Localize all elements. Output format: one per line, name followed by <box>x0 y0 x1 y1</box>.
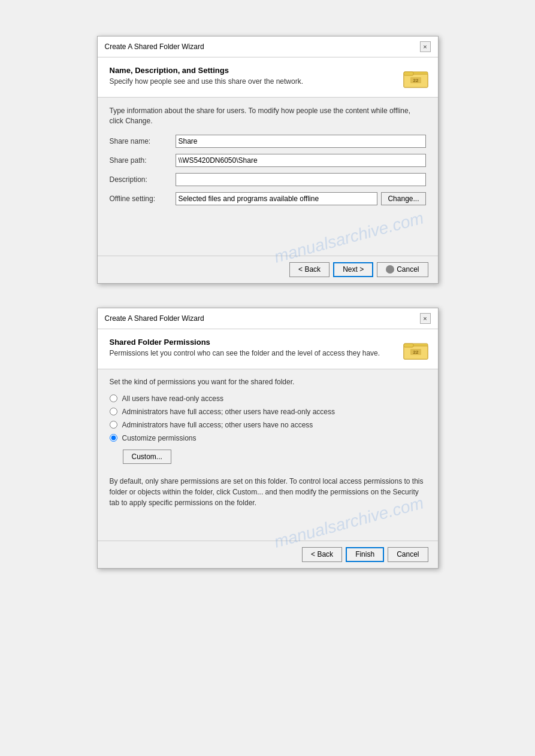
offline-label: Offline setting: <box>110 195 176 203</box>
share-path-input[interactable] <box>176 154 426 167</box>
dialog1-body: Type information about the share for use… <box>98 98 438 256</box>
next-button[interactable]: Next > <box>333 262 373 277</box>
perm-radio-3[interactable] <box>110 421 117 429</box>
svg-text:22: 22 <box>413 350 418 355</box>
share-name-label: Share name: <box>110 137 176 145</box>
dialog2-heading: Shared Folder Permissions <box>110 338 380 347</box>
offline-value: Selected files and programs available of… <box>176 192 378 205</box>
dialog1: Create A Shared Folder Wizard × Name, De… <box>97 36 439 284</box>
dialog2-footer: < Back Finish Cancel <box>98 541 438 568</box>
dialog1-subtitle: Specify how people see and use this shar… <box>110 77 304 86</box>
perm-label-1: All users have read-only access <box>122 394 223 403</box>
dialog1-footer: < Back Next > Cancel <box>98 256 438 283</box>
dialog1-title: Create A Shared Folder Wizard <box>105 42 204 51</box>
share-name-row: Share name: <box>110 135 426 148</box>
description-row: Description: <box>110 173 426 186</box>
cancel-icon <box>386 265 394 274</box>
share-path-row: Share path: <box>110 154 426 167</box>
perm-info: By default, only share permissions are s… <box>110 476 426 508</box>
cancel-button[interactable]: Cancel <box>377 262 428 277</box>
description-input[interactable] <box>176 173 426 186</box>
dialog2-body-note: Set the kind of permissions you want for… <box>110 378 426 386</box>
dialog1-header-text: Name, Description, and Settings Specify … <box>110 66 304 86</box>
cancel-label: Cancel <box>397 265 419 274</box>
dialog1-close-button[interactable]: × <box>420 41 431 52</box>
svg-rect-2 <box>404 72 413 75</box>
share-name-input[interactable] <box>176 135 426 148</box>
dialog2-spacer <box>110 508 426 532</box>
perm-radio-4[interactable] <box>110 434 117 442</box>
dialog2-header-text: Shared Folder Permissions Permissions le… <box>110 338 380 357</box>
perm-radio-row-1: All users have read-only access <box>110 394 426 403</box>
perm-label-4: Customize permissions <box>122 434 197 442</box>
dialog2-header: Shared Folder Permissions Permissions le… <box>98 329 438 369</box>
perm-radio-2[interactable] <box>110 408 117 415</box>
dialog2-title: Create A Shared Folder Wizard <box>105 314 204 323</box>
perm-label-2: Administrators have full access; other u… <box>122 408 335 416</box>
share-path-label: Share path: <box>110 156 176 165</box>
perm-radio-row-3: Administrators have full access; other u… <box>110 421 426 429</box>
dialog2-cancel-button[interactable]: Cancel <box>388 547 428 562</box>
perm-radio-1[interactable] <box>110 394 117 402</box>
svg-text:22: 22 <box>413 78 418 83</box>
back-button[interactable]: < Back <box>289 262 330 277</box>
dialog1-header: Name, Description, and Settings Specify … <box>98 57 438 98</box>
perm-label-3: Administrators have full access; other u… <box>122 421 313 429</box>
perm-radio-row-2: Administrators have full access; other u… <box>110 408 426 416</box>
perm-radio-row-4: Customize permissions <box>110 434 426 442</box>
dialog1-heading: Name, Description, and Settings <box>110 66 304 75</box>
finish-button[interactable]: Finish <box>346 547 384 562</box>
custom-button[interactable]: Custom... <box>123 450 171 464</box>
dialog2-back-button[interactable]: < Back <box>302 547 342 562</box>
folder-icon: 22 <box>403 67 428 89</box>
dialog2: Create A Shared Folder Wizard × Shared F… <box>97 308 439 569</box>
dialog2-subtitle: Permissions let you control who can see … <box>110 349 380 357</box>
dialog2-body: Set the kind of permissions you want for… <box>98 369 438 541</box>
change-button[interactable]: Change... <box>381 192 425 205</box>
dialog1-spacer <box>110 211 426 247</box>
dialog1-titlebar: Create A Shared Folder Wizard × <box>98 37 438 57</box>
dialog1-body-note: Type information about the share for use… <box>110 106 426 126</box>
svg-rect-7 <box>404 344 413 347</box>
dialog2-close-button[interactable]: × <box>420 313 431 324</box>
dialog2-titlebar: Create A Shared Folder Wizard × <box>98 308 438 329</box>
description-label: Description: <box>110 175 176 184</box>
folder-icon-2: 22 <box>403 339 428 360</box>
offline-row: Offline setting: Selected files and prog… <box>110 192 426 205</box>
